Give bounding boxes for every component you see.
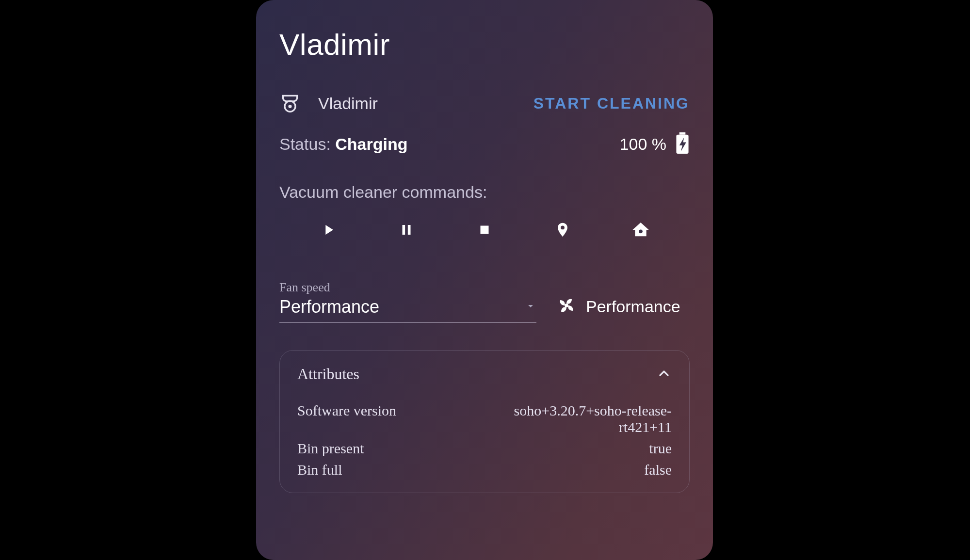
status-text: Status: Charging <box>279 135 408 154</box>
commands-row <box>279 216 690 245</box>
status-row: Status: Charging 100 % <box>279 132 690 156</box>
pause-icon <box>398 220 415 241</box>
fan-status-text: Performance <box>586 297 680 316</box>
svg-point-5 <box>639 230 643 234</box>
battery-charging-icon <box>675 132 690 156</box>
attributes-panel: Attributes Software version soho+3.20.7+… <box>279 350 690 493</box>
attribute-value: true <box>469 440 672 457</box>
attributes-title: Attributes <box>297 365 359 383</box>
status-value: Charging <box>335 135 407 153</box>
stop-icon <box>476 220 493 241</box>
attributes-header[interactable]: Attributes <box>297 365 672 383</box>
card-title: Vladimir <box>279 27 690 62</box>
attribute-row: Bin full false <box>297 462 672 478</box>
location-pin-icon <box>554 219 571 242</box>
battery-group: 100 % <box>620 132 690 156</box>
fan-speed-select[interactable]: Performance <box>279 297 536 323</box>
battery-percent: 100 % <box>620 135 666 154</box>
status-label: Status: <box>279 135 335 153</box>
stop-button[interactable] <box>460 216 509 245</box>
attribute-key: Bin present <box>297 440 469 457</box>
fan-status: Performance <box>556 295 680 323</box>
device-left: Vladimir <box>279 93 378 114</box>
locate-button[interactable] <box>538 216 587 245</box>
attribute-row: Software version soho+3.20.7+soho-releas… <box>297 402 672 435</box>
fan-section: Fan speed Performance Performance <box>279 280 690 323</box>
fan-select-wrap: Fan speed Performance <box>279 280 536 323</box>
home-icon <box>631 220 650 241</box>
chevron-down-icon <box>525 300 536 314</box>
attribute-value: soho+3.20.7+soho-release-rt421+11 <box>469 402 672 435</box>
svg-point-1 <box>289 105 292 108</box>
attribute-row: Bin present true <box>297 440 672 457</box>
play-button[interactable] <box>304 216 353 245</box>
device-name: Vladimir <box>318 94 378 113</box>
svg-rect-4 <box>480 226 488 234</box>
start-cleaning-button[interactable]: START CLEANING <box>534 95 690 112</box>
fan-speed-value: Performance <box>279 297 379 317</box>
attribute-value: false <box>469 462 672 478</box>
attribute-key: Software version <box>297 402 469 419</box>
chevron-up-icon <box>656 366 672 383</box>
svg-point-6 <box>565 304 568 307</box>
vacuum-card: Vladimir Vladimir START CLEANING Status:… <box>256 0 713 560</box>
fan-speed-label: Fan speed <box>279 280 536 295</box>
svg-rect-2 <box>679 132 686 135</box>
return-home-button[interactable] <box>616 216 665 245</box>
commands-label: Vacuum cleaner commands: <box>279 183 690 202</box>
device-header-row: Vladimir START CLEANING <box>279 93 690 114</box>
fan-icon <box>556 295 577 318</box>
pause-button[interactable] <box>382 216 431 245</box>
play-icon <box>320 220 337 241</box>
robot-vacuum-icon <box>279 93 301 114</box>
attribute-key: Bin full <box>297 462 469 478</box>
